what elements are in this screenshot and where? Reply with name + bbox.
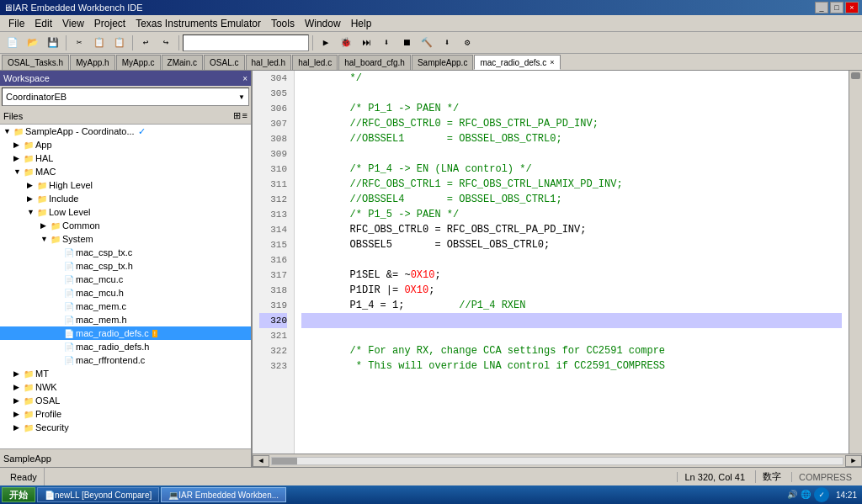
code-line-309 xyxy=(301,146,842,162)
toolbar-step-into[interactable]: ⬇ xyxy=(377,34,396,52)
expand-icon-profile: ▶ xyxy=(13,410,22,418)
taskbar-item-newll[interactable]: 📄 newLL [Beyond Compare] xyxy=(37,487,159,502)
maximize-button[interactable]: □ xyxy=(830,2,843,13)
tree-item-high-level[interactable]: ▶ 📁 High Level xyxy=(0,178,251,192)
tab-hal-led-c[interactable]: hal_led.c xyxy=(292,55,338,70)
tab-close-icon[interactable]: × xyxy=(550,58,554,66)
code-line-307: //RFC_OBS_CTRL0 = RFC_OBS_CTRL_PA_PD_INV… xyxy=(301,116,842,131)
toolbar-run[interactable]: ▶ xyxy=(317,34,335,52)
taskbar-item-iar[interactable]: 💻 IAR Embedded Workben... xyxy=(161,487,286,502)
start-button[interactable]: 开始 xyxy=(2,487,35,502)
tree-item-system[interactable]: ▼ 📁 System xyxy=(0,232,251,246)
menu-help[interactable]: Help xyxy=(346,16,377,31)
workspace-dropdown[interactable]: CoordinatorEB ▼ xyxy=(2,88,249,106)
tree-item-mac-mem-c[interactable]: 📄 mac_mem.c xyxy=(0,300,251,313)
tree-item-profile[interactable]: ▶ 📁 Profile xyxy=(0,407,251,421)
code-area[interactable]: 304 305 306 307 308 309 310 311 312 313 … xyxy=(253,71,862,454)
tree-label-inc: Include xyxy=(49,194,78,204)
files-icon-1[interactable]: ⊞ xyxy=(233,110,241,121)
editor-scrollbar-v[interactable] xyxy=(849,71,862,454)
scrollbar-thumb[interactable] xyxy=(851,72,860,79)
tree-item-include[interactable]: ▶ 📁 Include xyxy=(0,192,251,205)
code-line-313: /* P1_5 -> PAEN */ xyxy=(301,207,842,222)
tab-myapp-h[interactable]: MyApp.h xyxy=(70,55,114,70)
expand-icon-osal: ▶ xyxy=(13,396,22,405)
toolbar-settings[interactable]: ⚙ xyxy=(458,34,476,52)
tree-item-mac-mcu-c[interactable]: 📄 mac_mcu.c xyxy=(0,273,251,286)
tree-item-mac-rffrontend-c[interactable]: 📄 mac_rffrontend.c xyxy=(0,353,251,367)
toolbar-open[interactable]: 📂 xyxy=(24,34,42,52)
toolbar-download[interactable]: ⬇ xyxy=(438,34,456,52)
toolbar-paste[interactable]: 📋 xyxy=(110,34,129,52)
expand-icon-app: ▶ xyxy=(13,141,22,149)
tab-myapp-c[interactable]: MyApp.c xyxy=(116,55,161,70)
tree-item-project[interactable]: ▼ 📁 SampleApp - Coordinato... ✓ xyxy=(0,125,251,138)
line-num-308: 308 xyxy=(259,131,287,146)
menu-edit[interactable]: Edit xyxy=(29,16,57,31)
tree-label-profile: Profile xyxy=(35,409,61,419)
menu-tools[interactable]: Tools xyxy=(266,16,300,31)
tab-zmain-c[interactable]: ZMain.c xyxy=(162,55,204,70)
tab-sampleapp-c[interactable]: SampleApp.c xyxy=(412,55,473,70)
tree-item-app[interactable]: ▶ 📁 App xyxy=(0,138,251,151)
toolbar-stop[interactable]: ⏹ xyxy=(397,34,416,52)
tab-mac-radio-defs-c[interactable]: mac_radio_defs.c × xyxy=(474,55,560,70)
files-icon-2[interactable]: ≡ xyxy=(242,110,247,121)
toolbar-copy[interactable]: 📋 xyxy=(90,34,109,52)
toolbar-cut[interactable]: ✂ xyxy=(70,34,88,52)
status-position: Ln 320, Col 41 xyxy=(677,472,752,482)
menu-file[interactable]: File xyxy=(3,16,29,31)
tree-label-hal: HAL xyxy=(35,153,53,163)
folder-icon-app: 📁 xyxy=(24,141,34,150)
folder-icon-sys: 📁 xyxy=(51,235,61,244)
code-line-322: /* For any RX, change CCA settings for C… xyxy=(301,343,842,358)
tree-item-security[interactable]: ▶ 📁 Security xyxy=(0,421,251,434)
tree-item-mac-csp-tx-h[interactable]: 📄 mac_csp_tx.h xyxy=(0,259,251,273)
file-icon-mmh: 📄 xyxy=(64,289,74,298)
tree-item-mac-radio-defs-h[interactable]: 📄 mac_radio_defs.h xyxy=(0,340,251,353)
tree-item-hal[interactable]: ▶ 📁 HAL xyxy=(0,151,251,165)
menu-view[interactable]: View xyxy=(57,16,89,31)
tree-item-low-level[interactable]: ▼ 📁 Low Level xyxy=(0,205,251,219)
tab-osal-tasks-h[interactable]: OSAL_Tasks.h xyxy=(2,55,69,70)
scroll-right-btn[interactable]: ▶ xyxy=(845,455,862,467)
toolbar-save[interactable]: 💾 xyxy=(44,34,62,52)
taskbar-clock: 14:21 xyxy=(833,491,860,500)
tree-item-osal[interactable]: ▶ 📁 OSAL xyxy=(0,394,251,407)
toolbar-debug[interactable]: 🐞 xyxy=(337,34,355,52)
menu-ti-emulator[interactable]: Texas Instruments Emulator xyxy=(130,16,266,31)
workspace-bottom-tab[interactable]: SampleApp xyxy=(3,454,51,464)
tree-item-mac[interactable]: ▼ 📁 MAC xyxy=(0,165,251,178)
scrollbar-h-thumb[interactable] xyxy=(272,458,297,464)
tree-item-mac-csp-tx-c[interactable]: 📄 mac_csp_tx.c xyxy=(0,246,251,259)
toolbar-step-over[interactable]: ⏭ xyxy=(357,34,375,52)
file-icon-mcth: 📄 xyxy=(64,262,74,271)
code-line-321 xyxy=(301,328,842,343)
code-content[interactable]: */ /* P1_1 -> PAEN */ //RFC_OBS_CTRL0 = … xyxy=(295,71,849,454)
tab-hal-board-cfg-h[interactable]: hal_board_cfg.h xyxy=(338,55,411,70)
menu-window[interactable]: Window xyxy=(300,16,346,31)
tree-item-nwk[interactable]: ▶ 📁 NWK xyxy=(0,380,251,394)
toolbar-new[interactable]: 📄 xyxy=(3,34,22,52)
taskbar-label-2: IAR Embedded Workben... xyxy=(178,491,279,500)
toolbar-build[interactable]: 🔨 xyxy=(418,34,436,52)
tree-item-mt[interactable]: ▶ 📁 MT xyxy=(0,367,251,380)
scroll-left-btn[interactable]: ◀ xyxy=(253,455,269,467)
scrollbar-h-track[interactable] xyxy=(271,457,843,465)
workspace-close-button[interactable]: × xyxy=(242,74,247,83)
tab-hal-led-h[interactable]: hal_led.h xyxy=(246,55,292,70)
toolbar-undo[interactable]: ↩ xyxy=(136,34,155,52)
toolbar-search-input[interactable] xyxy=(183,34,309,51)
close-button[interactable]: × xyxy=(845,2,859,13)
menu-project[interactable]: Project xyxy=(89,16,130,31)
tree-item-mac-mcu-h[interactable]: 📄 mac_mcu.h xyxy=(0,286,251,300)
line-num-320: 320 xyxy=(259,313,287,328)
tree-item-mac-mem-h[interactable]: 📄 mac_mem.h xyxy=(0,313,251,326)
tree-item-mac-radio-defs-c[interactable]: 📄 mac_radio_defs.c ! xyxy=(0,326,251,340)
minimize-button[interactable]: _ xyxy=(815,2,828,13)
tree-item-common[interactable]: ▶ 📁 Common xyxy=(0,219,251,232)
tree-label-mctc: mac_csp_tx.c xyxy=(76,247,132,257)
taskbar-notification: ✓ xyxy=(814,487,829,502)
toolbar-redo[interactable]: ↪ xyxy=(157,34,175,52)
tab-osal-c[interactable]: OSAL.c xyxy=(204,55,244,70)
